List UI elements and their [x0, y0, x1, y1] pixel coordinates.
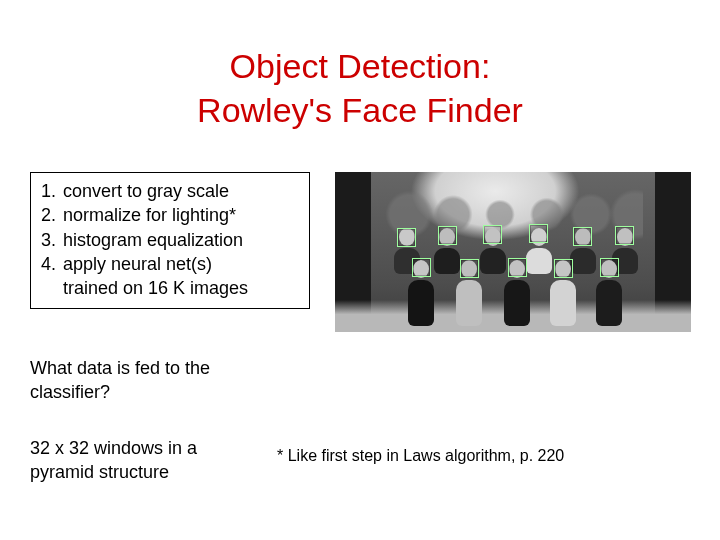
slide-title: Object Detection: Rowley's Face Finder	[0, 44, 720, 132]
step-2-num: 2.	[41, 203, 63, 227]
step-3-text: histogram equalization	[63, 230, 243, 250]
step-3-num: 3.	[41, 228, 63, 252]
face-bbox	[508, 258, 527, 277]
step-3: 3.histogram equalization	[41, 228, 299, 252]
step-1-num: 1.	[41, 179, 63, 203]
step-4-cont: trained on 16 K images	[41, 276, 299, 300]
step-4-num: 4.	[41, 252, 63, 276]
example-image	[335, 172, 691, 332]
face-bbox	[438, 226, 457, 245]
face-bbox	[397, 228, 416, 247]
face-bbox	[483, 225, 502, 244]
footnote-text: * Like first step in Laws algorithm, p. …	[277, 447, 697, 465]
step-1: 1.convert to gray scale	[41, 179, 299, 203]
face-bbox	[460, 259, 479, 278]
face-bbox	[573, 227, 592, 246]
face-bbox	[529, 224, 548, 243]
step-4-text: apply neural net(s)	[63, 254, 212, 274]
step-2: 2.normalize for lighting*	[41, 203, 299, 227]
steps-box: 1.convert to gray scale 2.normalize for …	[30, 172, 310, 309]
face-bbox	[412, 258, 431, 277]
question-text: What data is fed to the classifier?	[30, 356, 260, 405]
step-1-text: convert to gray scale	[63, 181, 229, 201]
face-bbox	[554, 259, 573, 278]
face-bbox	[600, 258, 619, 277]
step-4: 4.apply neural net(s)	[41, 252, 299, 276]
answer-text: 32 x 32 windows in a pyramid structure	[30, 436, 260, 485]
step-2-text: normalize for lighting*	[63, 205, 236, 225]
title-line-1: Object Detection:	[230, 47, 491, 85]
title-line-2: Rowley's Face Finder	[197, 91, 523, 129]
slide: Object Detection: Rowley's Face Finder 1…	[0, 0, 720, 540]
face-bbox	[615, 226, 634, 245]
